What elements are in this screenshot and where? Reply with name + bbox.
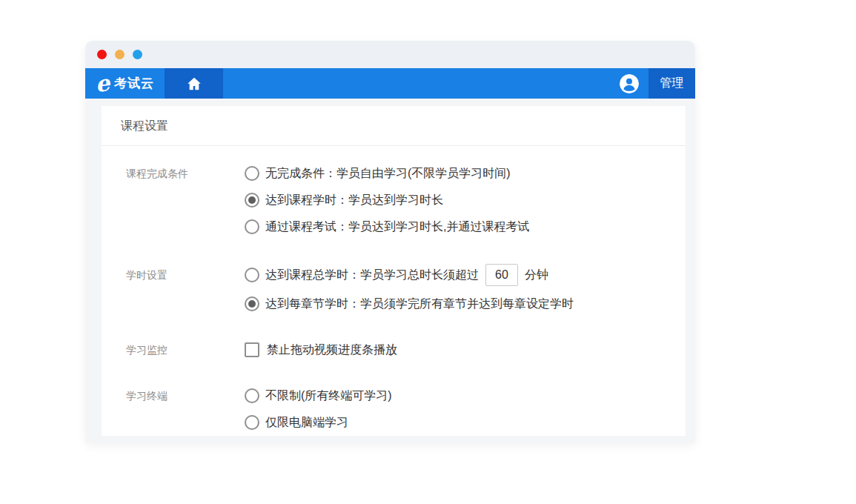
option-label: 不限制(所有终端可学习) — [265, 388, 392, 404]
brand-logo[interactable]: e 考试云 — [85, 68, 165, 99]
exam-cloud-logo-icon: e — [94, 72, 110, 96]
admin-label: 管理 — [660, 76, 684, 91]
radio-icon[interactable] — [245, 268, 259, 282]
option-label: 达到课程总学时：学员学习总时长须超过 — [265, 268, 479, 283]
radio-icon[interactable] — [245, 166, 259, 181]
group-label: 学习终端 — [126, 382, 245, 436]
group-label: 学习监控 — [126, 336, 245, 363]
radio-icon[interactable] — [245, 296, 259, 311]
form-group-study-terminal: 学习终端 不限制(所有终端可学习) 仅限电脑端学习 — [126, 382, 686, 436]
course-settings-form: 课程完成条件 无完成条件：学员自由学习(不限学员学习时间) 达到课程学时：学员达… — [102, 146, 686, 436]
radio-option-no-limit[interactable]: 不限制(所有终端可学习) — [245, 382, 392, 409]
radio-icon[interactable] — [245, 219, 259, 234]
user-avatar-icon[interactable] — [620, 74, 639, 93]
window-close-button[interactable] — [97, 50, 107, 59]
course-settings-card: 课程设置 课程完成条件 无完成条件：学员自由学习(不限学员学习时间) 达到课程学… — [102, 106, 686, 436]
radio-option-pass-exam[interactable]: 通过课程考试：学员达到学习时长,并通过课程考试 — [245, 213, 529, 240]
form-group-completion-condition: 课程完成条件 无完成条件：学员自由学习(不限学员学习时间) 达到课程学时：学员达… — [126, 160, 686, 240]
option-label: 达到课程学时：学员达到学习时长 — [265, 193, 443, 208]
radio-option-reach-course-hours[interactable]: 达到课程学时：学员达到学习时长 — [245, 187, 529, 213]
home-icon — [186, 76, 202, 92]
group-label: 课程完成条件 — [126, 160, 245, 240]
header-spacer — [223, 68, 620, 99]
radio-icon[interactable] — [245, 388, 259, 403]
group-label: 学时设置 — [126, 259, 245, 317]
radio-option-total-hours[interactable]: 达到课程总学时：学员学习总时长须超过 分钟 — [245, 259, 574, 291]
minutes-input[interactable] — [485, 264, 518, 286]
form-group-study-monitoring: 学习监控 禁止拖动视频进度条播放 — [126, 336, 686, 363]
option-label: 达到每章节学时：学员须学完所有章节并达到每章设定学时 — [265, 296, 574, 312]
radio-option-pc-only[interactable]: 仅限电脑端学习 — [245, 409, 392, 436]
window-minimize-button[interactable] — [115, 50, 125, 59]
brand-name: 考试云 — [114, 75, 154, 92]
option-label: 禁止拖动视频进度条播放 — [267, 342, 397, 358]
options-column: 禁止拖动视频进度条播放 — [245, 336, 397, 363]
option-label: 通过课程考试：学员达到学习时长,并通过课程考试 — [265, 219, 529, 235]
form-group-study-hours: 学时设置 达到课程总学时：学员学习总时长须超过 分钟 达到每章节学时：学员须学完… — [126, 259, 686, 317]
page-body: 课程设置 课程完成条件 无完成条件：学员自由学习(不限学员学习时间) 达到课程学… — [85, 99, 695, 442]
app-header: e 考试云 管理 — [85, 68, 695, 99]
option-label: 无完成条件：学员自由学习(不限学员学习时间) — [265, 166, 511, 182]
window-maximize-button[interactable] — [133, 50, 142, 59]
radio-icon[interactable] — [245, 193, 259, 208]
options-column: 不限制(所有终端可学习) 仅限电脑端学习 — [245, 382, 392, 436]
option-label-suffix: 分钟 — [525, 268, 548, 283]
page-title: 课程设置 — [102, 106, 686, 146]
browser-window: e 考试云 管理 课程设置 课程完成条件 — [85, 41, 695, 442]
nav-admin-tab[interactable]: 管理 — [648, 68, 695, 99]
checkbox-option-disable-seek[interactable]: 禁止拖动视频进度条播放 — [245, 336, 397, 363]
checkbox-icon[interactable] — [245, 342, 259, 357]
radio-option-per-chapter-hours[interactable]: 达到每章节学时：学员须学完所有章节并达到每章设定学时 — [245, 291, 574, 317]
options-column: 达到课程总学时：学员学习总时长须超过 分钟 达到每章节学时：学员须学完所有章节并… — [245, 259, 574, 317]
radio-option-no-condition[interactable]: 无完成条件：学员自由学习(不限学员学习时间) — [245, 160, 529, 187]
window-titlebar — [85, 41, 695, 68]
radio-icon[interactable] — [245, 415, 259, 430]
option-label: 仅限电脑端学习 — [265, 415, 348, 431]
nav-home-tab[interactable] — [165, 68, 223, 99]
options-column: 无完成条件：学员自由学习(不限学员学习时间) 达到课程学时：学员达到学习时长 通… — [245, 160, 529, 240]
